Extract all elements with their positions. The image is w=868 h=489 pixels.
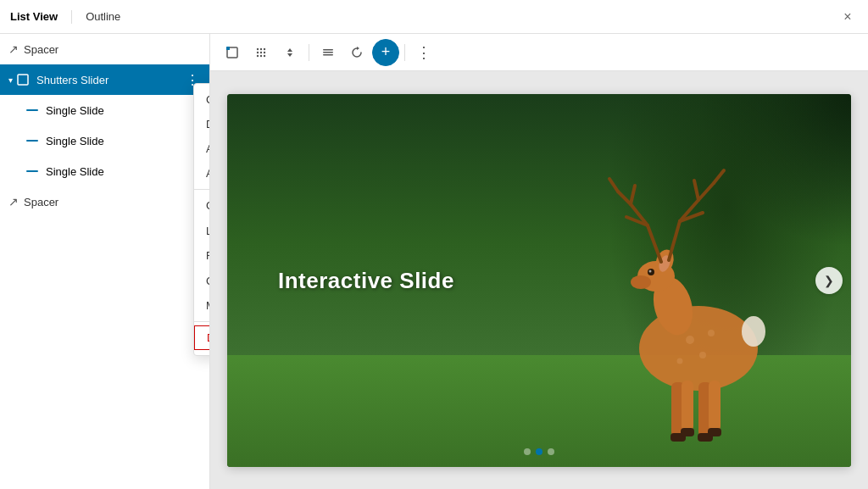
align-button[interactable] xyxy=(314,39,342,66)
slide-nav-next[interactable]: ❯ xyxy=(815,267,843,294)
spacer-top-label: Spacer xyxy=(24,43,58,56)
editor-area: + ⋮ xyxy=(210,34,868,489)
spacer-bottom-label: Spacer xyxy=(24,196,58,208)
svg-rect-42 xyxy=(708,428,721,436)
menu-item-add-after[interactable]: Add after ⌥⌘Y xyxy=(194,161,210,186)
sidebar-item-single-slide-2[interactable]: Single Slide xyxy=(0,125,209,156)
tab-divider xyxy=(71,10,72,24)
tab-outline[interactable]: Outline xyxy=(86,7,120,26)
svg-rect-0 xyxy=(18,75,28,85)
menu-item-add-before[interactable]: Add before ⌥⌘T xyxy=(194,136,210,161)
svg-point-4 xyxy=(260,47,262,49)
up-down-button[interactable] xyxy=(276,39,303,66)
svg-point-45 xyxy=(699,352,706,358)
svg-point-18 xyxy=(631,275,651,289)
menu-item-duplicate[interactable]: Duplicate ⇧⌘D xyxy=(194,112,210,136)
svg-point-47 xyxy=(742,316,765,347)
svg-line-34 xyxy=(714,170,724,183)
svg-point-8 xyxy=(264,51,265,53)
deer-illustration xyxy=(580,145,817,467)
sidebar-item-spacer-bottom[interactable]: ↗ Spacer xyxy=(0,186,209,217)
svg-line-23 xyxy=(648,225,661,262)
add-button[interactable]: + xyxy=(372,39,399,66)
menu-item-group[interactable]: Group xyxy=(194,193,210,218)
slide-icon-2 xyxy=(25,134,39,147)
svg-rect-38 xyxy=(709,381,721,431)
svg-point-7 xyxy=(260,51,262,53)
context-menu: Copy ⌘C Duplicate ⇧⌘D Add before ⌥⌘T Add… xyxy=(193,83,210,356)
slide-icon-3 xyxy=(25,164,39,178)
resize-icon-bottom: ↗ xyxy=(8,195,19,208)
slide-wrapper: Interactive Slide ❯ xyxy=(227,94,851,467)
slide-dot-2[interactable] xyxy=(536,448,542,455)
svg-line-33 xyxy=(694,181,698,200)
svg-point-43 xyxy=(686,336,694,344)
menu-item-copy[interactable]: Copy ⌘C xyxy=(194,87,210,112)
menu-item-create-pattern[interactable]: Create pattern ◇ xyxy=(194,268,210,293)
slide-container: Interactive Slide ❯ xyxy=(210,71,868,489)
svg-line-29 xyxy=(669,221,680,260)
slide-dot-1[interactable] xyxy=(524,448,531,455)
toolbar-divider-1 xyxy=(309,44,309,61)
svg-point-5 xyxy=(264,47,265,49)
chevron-down-icon: ▾ xyxy=(8,75,13,85)
svg-line-32 xyxy=(698,183,714,200)
sidebar: ↗ Spacer ▾ Shutters Slider ⋮ Single Slid… xyxy=(0,34,210,489)
svg-rect-14 xyxy=(323,54,333,56)
menu-item-rename[interactable]: Rename xyxy=(194,243,210,268)
svg-point-46 xyxy=(677,358,683,364)
slide-dot-3[interactable] xyxy=(548,448,554,455)
svg-rect-37 xyxy=(682,381,693,431)
svg-point-20 xyxy=(649,270,652,272)
svg-point-6 xyxy=(257,51,259,53)
svg-line-28 xyxy=(609,179,618,192)
slide-title: Interactive Slide xyxy=(278,267,454,293)
slide-dots xyxy=(524,448,554,455)
editor-toolbar: + ⋮ xyxy=(210,34,868,71)
menu-item-delete[interactable]: Delete ^⌥Z xyxy=(194,325,210,350)
menu-divider-2 xyxy=(194,321,210,322)
slide-background: Interactive Slide ❯ xyxy=(227,94,851,467)
refresh-button[interactable] xyxy=(343,39,370,66)
svg-rect-41 xyxy=(681,428,694,436)
shutters-slider-label: Shutters Slider xyxy=(36,74,184,86)
menu-item-move-to[interactable]: Move to xyxy=(194,293,210,318)
single-slide-1-label: Single Slide xyxy=(46,104,201,117)
single-slide-2-label: Single Slide xyxy=(46,135,201,147)
svg-point-9 xyxy=(257,54,259,56)
menu-item-lock[interactable]: Lock 🔒 xyxy=(194,218,210,243)
sidebar-item-shutters-slider[interactable]: ▾ Shutters Slider ⋮ xyxy=(0,64,209,95)
sidebar-item-spacer-top[interactable]: ↗ Spacer xyxy=(0,34,209,64)
svg-point-3 xyxy=(257,47,259,49)
slide-icon-1 xyxy=(25,103,39,117)
menu-divider-1 xyxy=(194,189,210,190)
svg-line-26 xyxy=(618,192,631,204)
svg-point-44 xyxy=(708,330,715,336)
svg-point-11 xyxy=(264,54,265,56)
grid-button[interactable] xyxy=(248,39,275,66)
block-icon xyxy=(16,73,30,86)
close-button[interactable]: × xyxy=(837,7,858,27)
sidebar-item-single-slide-1[interactable]: Single Slide xyxy=(0,95,209,125)
tab-list-view[interactable]: List View xyxy=(10,7,58,26)
resize-icon: ↗ xyxy=(8,42,19,56)
svg-rect-2 xyxy=(226,47,230,50)
select-button[interactable] xyxy=(219,39,246,66)
sidebar-item-single-slide-3[interactable]: Single Slide xyxy=(0,156,209,186)
toolbar-divider-2 xyxy=(404,44,405,61)
single-slide-3-label: Single Slide xyxy=(46,165,201,178)
more-options-toolbar-button[interactable]: ⋮ xyxy=(410,39,437,66)
top-bar: List View Outline × xyxy=(0,0,868,34)
svg-point-10 xyxy=(260,54,262,56)
svg-rect-12 xyxy=(323,49,333,51)
svg-line-27 xyxy=(631,186,635,204)
svg-rect-13 xyxy=(323,52,333,53)
svg-point-15 xyxy=(639,306,758,391)
main-layout: ↗ Spacer ▾ Shutters Slider ⋮ Single Slid… xyxy=(0,34,868,489)
